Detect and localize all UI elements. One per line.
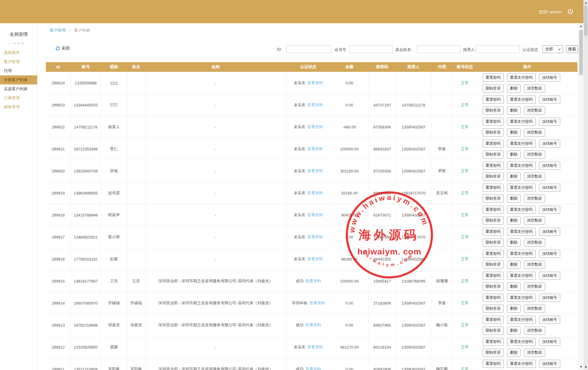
- view-profile-link[interactable]: 查看资料: [305, 367, 321, 370]
- action-button-重置支付密码[interactable]: 重置支付密码: [507, 118, 536, 126]
- action-button-限制登录[interactable]: 限制登录: [483, 194, 504, 203]
- view-profile-link[interactable]: 查看资料: [307, 169, 323, 173]
- action-button-冻结账号[interactable]: 冻结账号: [539, 338, 560, 346]
- breadcrumb-customer-mgmt[interactable]: 客户管理: [50, 28, 66, 33]
- action-button-清空数据[interactable]: 清空数据: [524, 283, 545, 291]
- action-button-重置支付密码[interactable]: 重置支付密码: [507, 184, 536, 192]
- action-button-重置密码[interactable]: 重置密码: [483, 118, 504, 126]
- content-scrollbar-thumb[interactable]: [579, 30, 583, 75]
- action-button-重置支付密码[interactable]: 重置支付密码: [507, 96, 536, 104]
- action-button-冻结账号[interactable]: 冻结账号: [539, 96, 560, 104]
- action-button-清空数据[interactable]: 清空数据: [524, 327, 545, 335]
- action-button-清空数据[interactable]: 清空数据: [524, 239, 545, 247]
- action-button-重置密码[interactable]: 重置密码: [483, 250, 504, 258]
- action-button-重置支付密码[interactable]: 重置支付密码: [507, 162, 536, 170]
- action-button-重置密码[interactable]: 重置密码: [483, 294, 504, 302]
- action-button-重置支付密码[interactable]: 重置支付密码: [507, 206, 536, 214]
- action-button-删除[interactable]: 删除: [507, 106, 521, 115]
- action-button-删除[interactable]: 删除: [507, 327, 521, 335]
- view-profile-link[interactable]: 查看资料: [307, 125, 323, 129]
- view-profile-link[interactable]: 查看资料: [309, 301, 325, 305]
- sidebar-item-系统相关[interactable]: 系统相关: [0, 48, 37, 57]
- action-button-冻结账号[interactable]: 冻结账号: [539, 206, 560, 214]
- action-button-重置支付密码[interactable]: 重置支付密码: [507, 294, 536, 302]
- action-button-限制登录[interactable]: 限制登录: [483, 128, 504, 137]
- action-button-重置支付密码[interactable]: 重置支付密码: [507, 228, 536, 236]
- action-button-重置支付密码[interactable]: 重置支付密码: [507, 272, 536, 280]
- auth-status-select[interactable]: 全部: [542, 45, 563, 53]
- realname-filter-input[interactable]: [417, 45, 460, 53]
- action-button-限制登录[interactable]: 限制登录: [483, 349, 504, 357]
- action-button-重置支付密码[interactable]: 重置支付密码: [507, 316, 536, 324]
- referrer-filter-input[interactable]: [476, 45, 519, 53]
- action-button-清空数据[interactable]: 清空数据: [524, 84, 545, 93]
- action-button-重置密码[interactable]: 重置密码: [483, 360, 504, 368]
- action-button-冻结账号[interactable]: 冻结账号: [539, 228, 560, 236]
- view-profile-link[interactable]: 查看资料: [305, 323, 321, 327]
- action-button-重置支付密码[interactable]: 重置支付密码: [507, 360, 536, 368]
- sidebar-item-代理[interactable]: 代理: [0, 66, 37, 75]
- action-button-删除[interactable]: 删除: [507, 261, 521, 269]
- action-button-冻结账号[interactable]: 冻结账号: [539, 118, 560, 126]
- page-scroll-down-icon[interactable]: [583, 365, 588, 370]
- action-button-删除[interactable]: 删除: [507, 172, 521, 181]
- action-button-清空数据[interactable]: 清空数据: [524, 194, 545, 203]
- view-profile-link[interactable]: 查看资料: [307, 81, 323, 85]
- content-scrollbar[interactable]: [578, 23, 583, 370]
- sidebar-item-客户管理[interactable]: 客户管理: [0, 57, 37, 66]
- page-scroll-up-icon[interactable]: [583, 0, 588, 5]
- action-button-删除[interactable]: 删除: [507, 349, 521, 357]
- refresh-button[interactable]: 刷新: [55, 46, 70, 51]
- action-button-限制登录[interactable]: 限制登录: [483, 261, 504, 269]
- action-button-重置支付密码[interactable]: 重置支付密码: [507, 140, 536, 148]
- action-button-重置密码[interactable]: 重置密码: [483, 184, 504, 192]
- action-button-限制登录[interactable]: 限制登录: [483, 106, 504, 115]
- action-button-冻结账号[interactable]: 冻结账号: [539, 184, 560, 192]
- member-filter-input[interactable]: [349, 45, 393, 53]
- action-button-冻结账号[interactable]: 冻结账号: [539, 140, 560, 148]
- action-button-清空数据[interactable]: 清空数据: [524, 150, 545, 159]
- action-button-重置密码[interactable]: 重置密码: [483, 162, 504, 170]
- action-button-删除[interactable]: 删除: [507, 84, 521, 93]
- page-scrollbar-thumb[interactable]: [584, 5, 587, 36]
- action-button-清空数据[interactable]: 清空数据: [524, 261, 545, 269]
- action-button-删除[interactable]: 删除: [507, 283, 521, 291]
- power-icon[interactable]: [567, 8, 574, 15]
- action-button-删除[interactable]: 删除: [507, 150, 521, 159]
- view-profile-link[interactable]: 查看资料: [307, 103, 323, 107]
- action-button-删除[interactable]: 删除: [507, 194, 521, 203]
- action-button-清空数据[interactable]: 清空数据: [524, 349, 545, 357]
- view-profile-link[interactable]: 查看资料: [307, 235, 323, 239]
- action-button-限制登录[interactable]: 限制登录: [483, 327, 504, 335]
- scroll-down-icon[interactable]: [579, 365, 583, 369]
- action-button-重置密码[interactable]: 重置密码: [483, 140, 504, 148]
- action-button-冻结账号[interactable]: 冻结账号: [539, 294, 560, 302]
- action-button-冻结账号[interactable]: 冻结账号: [539, 360, 560, 368]
- action-button-重置密码[interactable]: 重置密码: [483, 96, 504, 104]
- action-button-重置支付密码[interactable]: 重置支付密码: [507, 74, 536, 82]
- action-button-重置密码[interactable]: 重置密码: [483, 272, 504, 280]
- view-profile-link[interactable]: 查看资料: [307, 147, 323, 151]
- action-button-限制登录[interactable]: 限制登录: [483, 150, 504, 159]
- action-button-删除[interactable]: 删除: [507, 305, 521, 313]
- view-profile-link[interactable]: 查看资料: [307, 213, 323, 217]
- action-button-限制登录[interactable]: 限制登录: [483, 305, 504, 313]
- sidebar-item-财务管理[interactable]: 财务管理: [0, 103, 37, 112]
- action-button-删除[interactable]: 删除: [507, 239, 521, 247]
- action-button-限制登录[interactable]: 限制登录: [483, 172, 504, 181]
- action-button-重置密码[interactable]: 重置密码: [483, 206, 504, 214]
- action-button-冻结账号[interactable]: 冻结账号: [539, 250, 560, 258]
- action-button-清空数据[interactable]: 清空数据: [524, 172, 545, 181]
- action-button-冻结账号[interactable]: 冻结账号: [539, 272, 560, 280]
- action-button-冻结账号[interactable]: 冻结账号: [539, 162, 560, 170]
- view-profile-link[interactable]: 查看资料: [305, 279, 321, 283]
- action-button-重置密码[interactable]: 重置密码: [483, 74, 504, 82]
- sidebar-item-实盘客户列表[interactable]: 实盘客户列表: [0, 84, 37, 93]
- action-button-重置支付密码[interactable]: 重置支付密码: [507, 338, 536, 346]
- sidebar-item-订单管理[interactable]: 订单管理: [0, 93, 37, 103]
- action-button-限制登录[interactable]: 限制登录: [483, 283, 504, 291]
- action-button-重置密码[interactable]: 重置密码: [483, 228, 504, 236]
- view-profile-link[interactable]: 查看资料: [307, 191, 323, 195]
- action-button-限制登录[interactable]: 限制登录: [483, 84, 504, 93]
- action-button-冻结账号[interactable]: 冻结账号: [539, 316, 560, 324]
